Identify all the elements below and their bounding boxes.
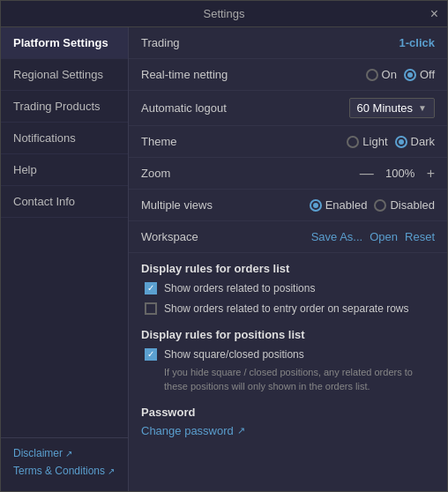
checkbox-positions-label: Show square/closed positions [164, 347, 304, 362]
checkbox-orders-entry-row: Show orders related to entry order on se… [129, 299, 447, 319]
multiple-views-radio-group: Enabled Disabled [310, 198, 435, 212]
sidebar-item-platform-settings[interactable]: Platform Settings [1, 27, 128, 59]
views-enabled-option[interactable]: Enabled [310, 198, 368, 212]
workspace-save-as[interactable]: Save As... [311, 230, 363, 243]
sidebar-item-trading-products[interactable]: Trading Products [1, 91, 128, 123]
real-time-netting-value: On Off [265, 68, 435, 81]
zoom-minus-button[interactable]: — [360, 167, 374, 181]
theme-dark-radio[interactable] [395, 136, 407, 148]
settings-dialog: Settings × Platform Settings Regional Se… [0, 0, 448, 492]
checkbox-orders-positions[interactable] [145, 282, 157, 294]
theme-light-label: Light [362, 135, 387, 148]
checkbox-orders-positions-row: Show orders related to positions [129, 279, 447, 299]
disclaimer-link[interactable]: Disclaimer ↗ [13, 447, 116, 459]
views-enabled-label: Enabled [325, 198, 368, 212]
netting-off-radio[interactable] [404, 69, 416, 81]
theme-row: Theme Light Dark [129, 126, 447, 158]
netting-on-option[interactable]: On [366, 68, 397, 81]
auto-logout-label: Automatic logout [141, 101, 265, 115]
trading-row: Trading 1-click [129, 27, 447, 59]
views-enabled-radio[interactable] [310, 199, 322, 212]
content-area: Platform Settings Regional Settings Trad… [1, 27, 447, 491]
checkbox-orders-positions-label: Show orders related to positions [164, 281, 315, 296]
theme-dark-label: Dark [411, 135, 435, 148]
auto-logout-row: Automatic logout 60 Minutes ▼ [129, 91, 447, 126]
multiple-views-value: Enabled Disabled [265, 198, 435, 212]
theme-light-option[interactable]: Light [347, 135, 387, 148]
theme-label: Theme [141, 135, 265, 148]
workspace-reset[interactable]: Reset [405, 230, 435, 243]
change-password-ext-icon: ↗ [237, 425, 245, 436]
password-header: Password [141, 406, 435, 419]
sidebar-item-regional-settings[interactable]: Regional Settings [1, 59, 128, 91]
netting-off-label: Off [420, 68, 435, 81]
trading-value: 1-click [265, 36, 435, 49]
dialog-title: Settings [204, 7, 245, 20]
external-link-icon: ↗ [65, 449, 72, 458]
trading-label: Trading [141, 36, 265, 49]
zoom-row: Zoom — 100% + [129, 158, 447, 190]
workspace-value: Save As... Open Reset [265, 230, 435, 243]
sidebar-bottom: Disclaimer ↗ Terms & Conditions ↗ [1, 437, 128, 491]
theme-value: Light Dark [265, 135, 435, 148]
title-bar: Settings × [1, 1, 447, 27]
views-disabled-radio[interactable] [374, 199, 386, 212]
zoom-percent: 100% [383, 167, 418, 180]
checkbox-orders-entry-label: Show orders related to entry order on se… [164, 302, 408, 317]
checkbox-positions-row: Show square/closed positions [129, 345, 447, 365]
workspace-label: Workspace [141, 230, 265, 243]
multiple-views-label: Multiple views [141, 198, 265, 212]
sidebar-item-help[interactable]: Help [1, 154, 128, 186]
real-time-netting-label: Real-time netting [141, 68, 265, 81]
checkbox-positions[interactable] [145, 348, 157, 361]
trading-link[interactable]: 1-click [399, 36, 435, 49]
workspace-links: Save As... Open Reset [311, 230, 435, 243]
netting-off-option[interactable]: Off [404, 68, 435, 81]
auto-logout-value: 60 Minutes ▼ [265, 98, 435, 118]
dropdown-arrow-icon: ▼ [418, 103, 427, 113]
theme-light-radio[interactable] [347, 136, 359, 148]
multiple-views-row: Multiple views Enabled Disabled [129, 190, 447, 221]
terms-link[interactable]: Terms & Conditions ↗ [13, 465, 116, 477]
sidebar: Platform Settings Regional Settings Trad… [1, 27, 129, 491]
external-link-icon-2: ↗ [108, 466, 115, 476]
change-password-link[interactable]: Change password ↗ [141, 424, 435, 437]
netting-on-radio[interactable] [366, 69, 378, 81]
auto-logout-dropdown[interactable]: 60 Minutes ▼ [349, 98, 436, 118]
display-positions-header: Display rules for positions list [129, 319, 447, 345]
password-section: Password Change password ↗ [129, 399, 447, 441]
views-disabled-option[interactable]: Disabled [374, 198, 435, 212]
zoom-value: — 100% + [265, 167, 435, 181]
checkbox-orders-entry[interactable] [145, 302, 157, 315]
netting-radio-group: On Off [366, 68, 435, 81]
main-panel: Trading 1-click Real-time netting On [129, 27, 447, 491]
workspace-open[interactable]: Open [370, 230, 398, 243]
workspace-row: Workspace Save As... Open Reset [129, 221, 447, 253]
sidebar-item-contact-info[interactable]: Contact Info [1, 186, 128, 218]
netting-on-label: On [382, 68, 397, 81]
theme-radio-group: Light Dark [347, 135, 435, 148]
zoom-plus-button[interactable]: + [427, 167, 435, 181]
close-button[interactable]: × [430, 7, 438, 21]
views-disabled-label: Disabled [390, 198, 435, 212]
theme-dark-option[interactable]: Dark [395, 135, 435, 148]
zoom-control: — 100% + [360, 167, 435, 181]
real-time-netting-row: Real-time netting On Off [129, 59, 447, 91]
zoom-label: Zoom [141, 167, 265, 180]
positions-note: If you hide square / closed positions, a… [129, 364, 447, 399]
sidebar-item-notifications[interactable]: Notifications [1, 123, 128, 154]
display-orders-header: Display rules for orders list [129, 253, 447, 279]
